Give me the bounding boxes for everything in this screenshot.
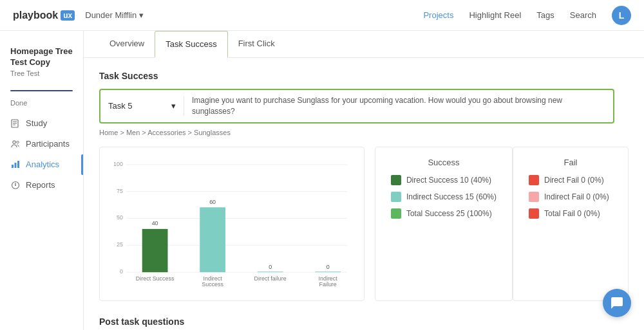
bar-direct-failure xyxy=(258,271,283,272)
sidebar-status: Done xyxy=(0,99,83,113)
svg-text:Direct failure: Direct failure xyxy=(254,275,287,282)
legend-success-item-2: Total Success 25 (100%) xyxy=(391,208,497,219)
svg-point-4 xyxy=(13,141,15,143)
task-description: Imagine you want to purchase Sunglass fo… xyxy=(184,90,613,122)
legend-color-direct-success xyxy=(391,175,401,185)
logo: playbook ux xyxy=(13,10,75,21)
bar-indirect-success xyxy=(200,207,225,272)
sidebar-label-reports: Reports xyxy=(26,180,55,190)
svg-text:75: 75 xyxy=(117,188,123,194)
svg-text:40: 40 xyxy=(152,220,158,226)
svg-point-5 xyxy=(17,141,19,143)
svg-text:0: 0 xyxy=(269,264,272,270)
nav-projects[interactable]: Projects xyxy=(423,10,453,20)
sidebar-item-reports[interactable]: Reports xyxy=(0,175,83,196)
svg-text:50: 50 xyxy=(117,214,123,221)
header-nav: Projects Highlight Reel Tags Search L xyxy=(423,6,631,25)
chat-bubble[interactable] xyxy=(603,289,631,317)
svg-point-10 xyxy=(15,185,16,186)
nav-highlight-reel[interactable]: Highlight Reel xyxy=(469,10,521,20)
svg-rect-6 xyxy=(12,165,14,168)
bar-chart-svg: 100 75 50 25 0 40 xyxy=(110,158,354,286)
svg-text:0: 0 xyxy=(120,268,123,275)
legend-fail: Fail Direct Fail 0 (0%) Indirect Fail 0 … xyxy=(513,147,629,301)
tab-first-click[interactable]: First Click xyxy=(228,31,285,58)
svg-text:Success: Success xyxy=(202,281,223,286)
header-left: playbook ux Dunder Mifflin ▾ xyxy=(13,10,144,21)
legend-color-total-fail xyxy=(529,208,539,219)
breadcrumb: Home > Men > Accessories > Sunglasses xyxy=(99,129,629,136)
avatar[interactable]: L xyxy=(612,6,631,25)
participants-icon xyxy=(10,139,21,149)
header: playbook ux Dunder Mifflin ▾ Projects Hi… xyxy=(0,0,644,31)
sidebar-divider xyxy=(10,90,73,91)
legend-color-total-success xyxy=(391,208,401,219)
logo-ux: ux xyxy=(61,10,75,21)
legend-fail-item-0: Direct Fail 0 (0%) xyxy=(529,175,612,185)
analytics-icon xyxy=(10,160,21,170)
content: Task Success Task 5 ▾ Imagine you want t… xyxy=(84,58,644,330)
org-name[interactable]: Dunder Mifflin ▾ xyxy=(85,10,144,20)
legend-color-direct-fail xyxy=(529,175,539,185)
sidebar-project-subtitle: Tree Test xyxy=(10,69,73,77)
svg-rect-8 xyxy=(17,161,19,168)
tabs: Overview Task Success First Click xyxy=(84,31,644,58)
svg-text:60: 60 xyxy=(209,199,216,205)
legend-success: Success Direct Success 10 (40%) Indirect… xyxy=(375,147,513,301)
bar-chart-container: 100 75 50 25 0 40 xyxy=(99,147,365,301)
sidebar-label-analytics: Analytics xyxy=(26,160,59,169)
svg-text:Direct Success: Direct Success xyxy=(136,275,175,282)
legend-fail-item-1: Indirect Fail 0 (0%) xyxy=(529,192,612,202)
task-selector: Task 5 ▾ Imagine you want to purchase Su… xyxy=(99,89,614,124)
sidebar-nav: Study Participants Analytics Reports xyxy=(0,113,83,196)
legend-fail-title: Fail xyxy=(529,158,612,167)
sidebar-item-participants[interactable]: Participants xyxy=(0,134,83,154)
sidebar-project-title: Homepage Tree Test Copy xyxy=(10,46,73,68)
sidebar-item-analytics[interactable]: Analytics xyxy=(0,154,83,175)
dropdown-arrow-icon: ▾ xyxy=(139,10,144,20)
svg-text:25: 25 xyxy=(117,241,123,248)
tab-overview[interactable]: Overview xyxy=(99,31,155,58)
svg-rect-7 xyxy=(15,163,17,168)
nav-tags[interactable]: Tags xyxy=(536,10,554,20)
layout: Homepage Tree Test Copy Tree Test Done S… xyxy=(0,31,644,330)
legend-color-indirect-success xyxy=(391,192,401,202)
bar-indirect-failure xyxy=(315,271,341,272)
svg-text:Indirect: Indirect xyxy=(318,275,337,282)
legend-fail-item-2: Total Fail 0 (0%) xyxy=(529,208,612,219)
legend-success-item-0: Direct Success 10 (40%) xyxy=(391,175,497,185)
svg-text:100: 100 xyxy=(113,161,123,167)
bar-direct-success xyxy=(142,229,168,272)
sidebar-label-study: Study xyxy=(26,118,47,128)
post-task-title: Post task questions xyxy=(99,316,629,327)
sidebar: Homepage Tree Test Copy Tree Test Done S… xyxy=(0,31,84,330)
study-icon xyxy=(10,118,21,129)
post-task: Post task questions Single Selection: Di… xyxy=(99,316,629,330)
nav-search[interactable]: Search xyxy=(570,10,596,20)
svg-text:0: 0 xyxy=(327,264,330,270)
logo-text: playbook xyxy=(13,10,58,21)
legend-color-indirect-fail xyxy=(529,192,539,202)
chart-area: 100 75 50 25 0 40 xyxy=(99,147,629,301)
dropdown-chevron-icon: ▾ xyxy=(171,101,176,111)
task-success-title: Task Success xyxy=(99,71,629,81)
tab-task-success[interactable]: Task Success xyxy=(155,31,227,58)
sidebar-label-participants: Participants xyxy=(26,139,70,149)
reports-icon xyxy=(10,180,21,190)
sidebar-item-study[interactable]: Study xyxy=(0,113,83,134)
main-content: Overview Task Success First Click Task S… xyxy=(84,31,644,330)
legend-container: Success Direct Success 10 (40%) Indirect… xyxy=(375,147,629,301)
svg-text:Indirect: Indirect xyxy=(203,275,222,282)
legend-success-title: Success xyxy=(391,158,497,167)
legend-success-item-1: Indirect Success 15 (60%) xyxy=(391,192,497,202)
svg-text:Failure: Failure xyxy=(319,281,337,286)
sidebar-project: Homepage Tree Test Copy Tree Test xyxy=(0,41,83,85)
task-dropdown[interactable]: Task 5 ▾ xyxy=(100,96,184,116)
